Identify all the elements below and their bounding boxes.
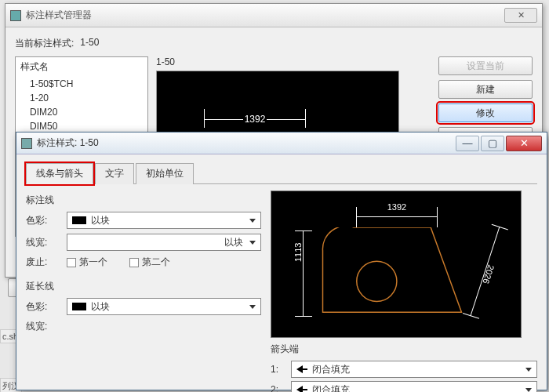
dimline-color-dropdown[interactable]: 以块 bbox=[67, 212, 261, 229]
preview-geometry bbox=[322, 227, 463, 320]
tab-strip: 线条与箭头 文字 初始单位 bbox=[26, 162, 537, 184]
arrow1-dropdown[interactable]: 闭合填充 bbox=[291, 361, 537, 378]
tab-units[interactable]: 初始单位 bbox=[136, 163, 194, 184]
chevron-down-icon bbox=[249, 241, 256, 245]
style-list-item[interactable]: 1-20 bbox=[16, 91, 147, 105]
dimline-lineweight-dropdown[interactable]: 以块 bbox=[67, 234, 261, 251]
ext-color-label: 色彩: bbox=[26, 300, 60, 314]
color-swatch-icon bbox=[72, 216, 86, 224]
dsm-preview-dim: 1392 bbox=[204, 111, 306, 128]
dim-style-editor-window: 标注样式: 1-50 — ▢ ✕ 线条与箭头 文字 初始单位 标注线 色彩: 以… bbox=[16, 132, 547, 390]
suppress-second-checkbox[interactable]: 第二个 bbox=[129, 256, 170, 269]
suppress-first-checkbox[interactable]: 第一个 bbox=[67, 256, 107, 269]
arrow2-dropdown[interactable]: 闭合填充 bbox=[291, 381, 537, 392]
dsm-preview-label: 1-50 bbox=[156, 56, 399, 71]
dsm-close-button[interactable]: ✕ bbox=[504, 8, 537, 23]
preview-diag-dim: 2026 bbox=[463, 224, 507, 318]
dse-preview-canvas: 1392 1113 2026 bbox=[271, 191, 522, 338]
lineweight-label: 线宽: bbox=[26, 236, 60, 249]
new-button[interactable]: 新建 bbox=[438, 80, 533, 99]
maximize-button[interactable]: ▢ bbox=[481, 136, 504, 151]
chevron-down-icon bbox=[249, 219, 256, 223]
style-list-item[interactable]: 1-50$TCH bbox=[16, 77, 147, 91]
style-list-item[interactable]: DIM20 bbox=[16, 105, 147, 119]
preview-top-dim: 1392 bbox=[356, 202, 438, 212]
dse-titlebar[interactable]: 标注样式: 1-50 — ▢ ✕ bbox=[16, 132, 547, 154]
suppress-label: 废止: bbox=[26, 256, 60, 269]
dimlines-group-label: 标注线 bbox=[26, 194, 261, 207]
svg-point-0 bbox=[357, 261, 397, 301]
arrowheads-group-label: 箭头端 bbox=[271, 343, 537, 356]
extlines-group-label: 延长线 bbox=[26, 280, 261, 293]
arrow1-label: 1: bbox=[271, 364, 285, 375]
dsm-titlebar[interactable]: 标注样式管理器 ✕ bbox=[5, 4, 542, 27]
closed-filled-arrow-icon bbox=[296, 386, 307, 392]
arrow2-label: 2: bbox=[271, 384, 285, 392]
dse-title: 标注样式: 1-50 bbox=[37, 136, 99, 150]
minimize-button[interactable]: — bbox=[456, 136, 479, 151]
chevron-down-icon bbox=[249, 305, 256, 309]
color-swatch-icon bbox=[72, 303, 86, 310]
set-current-button[interactable]: 设置当前 bbox=[438, 56, 533, 75]
tab-lines-arrows[interactable]: 线条与箭头 bbox=[26, 163, 93, 184]
current-style-label: 当前标注样式: bbox=[15, 37, 74, 50]
extline-color-dropdown[interactable]: 以块 bbox=[67, 298, 261, 315]
closed-filled-arrow-icon bbox=[296, 365, 307, 373]
style-list-header: 样式名 bbox=[16, 57, 147, 77]
preview-left-dim: 1113 bbox=[295, 230, 311, 317]
chevron-down-icon bbox=[525, 388, 532, 392]
app-icon bbox=[21, 138, 32, 149]
modify-button[interactable]: 修改 bbox=[438, 103, 533, 122]
tab-text[interactable]: 文字 bbox=[95, 163, 134, 184]
close-button[interactable]: ✕ bbox=[506, 136, 542, 151]
color-label: 色彩: bbox=[26, 214, 60, 227]
dsm-title: 标注样式管理器 bbox=[26, 9, 92, 22]
ext-lineweight-label: 线宽: bbox=[26, 320, 60, 333]
current-style-value: 1-50 bbox=[80, 37, 99, 50]
app-icon bbox=[10, 10, 21, 21]
chevron-down-icon bbox=[525, 368, 532, 372]
